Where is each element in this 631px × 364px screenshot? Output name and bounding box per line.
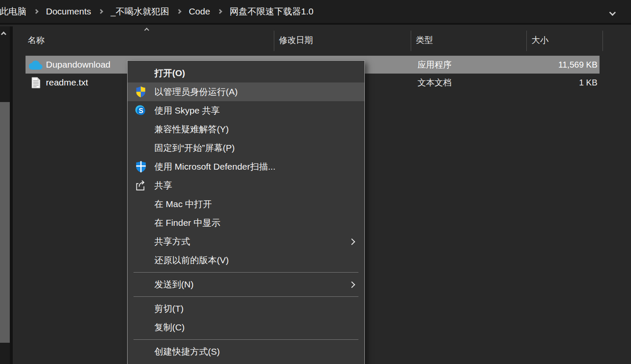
no-icon [134,278,147,291]
menu-item-share-with[interactable]: 共享方式 [128,232,364,251]
scroll-up-icon[interactable] [1,31,6,37]
svg-text:S: S [139,107,143,114]
scrollbar-thumb[interactable] [0,102,10,343]
no-icon [134,122,147,136]
menu-item-open[interactable]: 打开(O) [128,64,364,82]
text-document-icon [29,77,43,88]
address-bar: 此电脑 Documents _不喝水就犯困 Code 网盘不限速下载器1.0 [0,0,631,25]
share-icon [134,179,147,192]
menu-item-troubleshoot-compatibility[interactable]: 兼容性疑难解答(Y) [128,120,364,139]
file-type: 应用程序 [418,56,452,74]
file-size: 11,569 KB [558,56,597,74]
menu-item-restore-previous-versions[interactable]: 还原以前的版本(V) [128,251,364,270]
pane-divider [10,26,13,364]
menu-item-create-shortcut[interactable]: 创建快捷方式(S) [128,342,364,361]
cloud-icon [29,59,43,71]
menu-item-share-skype[interactable]: S 使用 Skype 共享 [128,101,364,120]
menu-item-run-as-admin[interactable]: 以管理员身份运行(A) [128,82,364,101]
column-divider[interactable] [603,31,603,51]
column-header-date-modified[interactable]: 修改日期 [279,34,313,46]
breadcrumb-item-documents[interactable]: Documents [46,6,91,17]
menu-item-send-to[interactable]: 发送到(N) [128,275,364,294]
breadcrumb-item-folder[interactable]: _不喝水就犯困 [111,6,169,17]
submenu-chevron-icon [349,238,355,245]
no-icon [134,216,147,230]
address-dropdown-chevron-icon[interactable] [609,9,616,16]
no-icon [134,253,147,267]
no-icon [134,321,147,334]
no-icon [134,141,147,155]
left-scrollbar[interactable] [0,26,10,364]
uac-shield-icon [134,85,147,99]
menu-separator [134,272,358,273]
column-header-type[interactable]: 类型 [416,34,433,46]
breadcrumb-item-this-pc[interactable]: 此电脑 [0,6,26,17]
column-divider[interactable] [526,31,527,51]
menu-item-scan-with-defender[interactable]: 共享 使用 Microsoft Defender扫描... [128,157,364,176]
skype-icon: S [134,104,147,117]
no-icon [134,302,147,316]
menu-separator [134,296,358,297]
sort-ascending-icon [144,28,149,32]
menu-item-cut[interactable]: 剪切(T) [128,299,364,318]
menu-item-show-in-finder[interactable]: 在 Finder 中显示 [128,213,364,232]
no-icon [134,66,147,80]
breadcrumb-chevron-icon [176,9,181,14]
no-icon [134,235,147,248]
breadcrumb-item-code[interactable]: Code [189,6,210,17]
menu-item-pin-to-start[interactable]: 固定到“开始”屏幕(P) [128,139,364,157]
column-divider[interactable] [274,31,274,51]
menu-item-share[interactable]: 共享 [128,176,364,195]
file-name: readme.txt [46,74,88,91]
menu-item-copy[interactable]: 复制(C) [128,318,364,337]
submenu-chevron-icon [349,281,355,288]
file-name: Dupandownload [46,56,111,74]
file-size: 1 KB [579,74,597,91]
column-header-name[interactable]: 名称 [28,34,45,46]
defender-shield-icon [134,160,147,173]
no-icon [134,345,147,358]
column-header-size[interactable]: 大小 [532,34,549,46]
breadcrumb-chevron-icon [34,9,38,14]
breadcrumb-item-current-folder[interactable]: 网盘不限速下载器1.0 [230,6,313,17]
breadcrumb-chevron-icon [99,9,103,14]
no-icon [134,197,147,211]
column-divider[interactable] [411,31,411,51]
breadcrumb-chevron-icon [217,9,222,14]
file-type: 文本文档 [418,74,452,91]
context-menu: 打开(O) 以管理员身份运行(A) S 使用 Skype 共享 [127,60,365,364]
menu-separator [134,339,358,340]
menu-item-open-in-mac[interactable]: 在 Mac 中打开 [128,195,364,213]
